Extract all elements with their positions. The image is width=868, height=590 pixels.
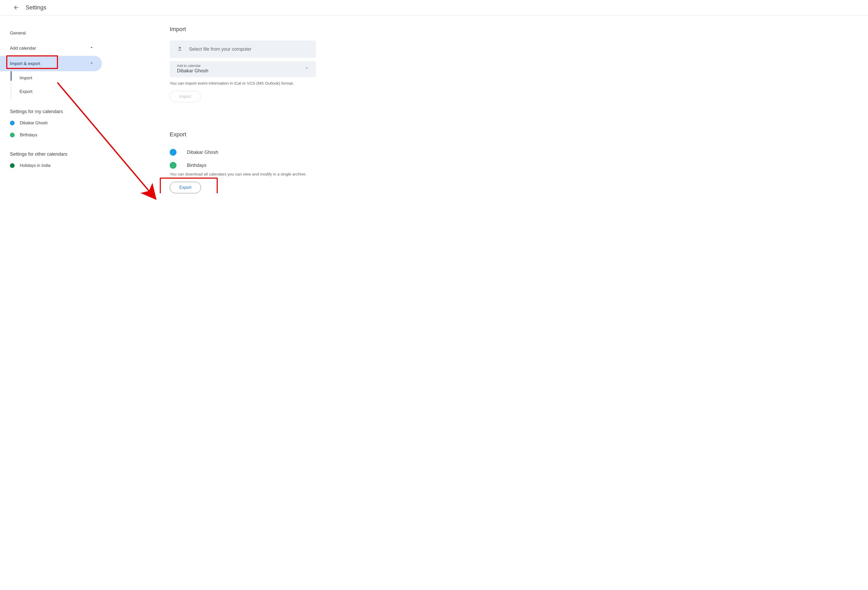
export-calendar-item: Birthdays [170,159,858,172]
export-help-text: You can download all calendars you can v… [170,172,858,177]
annotation-highlight-box [6,55,58,69]
import-button[interactable]: Import [170,91,201,102]
sidebar-item-general[interactable]: General [10,26,102,40]
sidebar-item-add-calendar[interactable]: Add calendar [10,40,102,56]
sidebar-label: Export [19,89,32,94]
other-calendars-heading: Settings for other calendars [10,141,102,160]
sidebar-label: General [10,31,25,36]
chevron-down-icon [89,45,94,51]
dropdown-value: Dibakar Ghosh [177,68,208,74]
sidebar: General Add calendar Import & export Imp… [0,26,102,193]
container: General Add calendar Import & export Imp… [0,15,868,193]
calendar-label: Dibakar Ghosh [187,150,218,155]
sidebar-subitem-import[interactable]: Import [11,71,102,85]
upload-icon [177,46,183,53]
calendar-color-dot [170,162,176,169]
dropdown-label: Add to calendar [177,64,208,68]
sidebar-label: Import [19,75,32,80]
export-section-title: Export [170,131,858,138]
calendar-label: Birthdays [20,133,37,138]
select-file-button[interactable]: Select file from your computer [170,40,316,58]
other-calendar-item[interactable]: Holidays in India [10,160,102,172]
my-calendar-item[interactable]: Dibakar Ghosh [10,117,102,129]
import-section-title: Import [170,26,858,33]
page-title: Settings [25,4,46,11]
chevron-up-icon [89,61,94,67]
my-calendar-item[interactable]: Birthdays [10,129,102,141]
calendar-color-dot [170,149,176,156]
calendar-label: Holidays in India [20,163,50,168]
annotation-highlight-box [160,177,218,193]
select-file-label: Select file from your computer [189,46,251,52]
calendar-color-dot [10,121,15,126]
add-to-calendar-dropdown[interactable]: Add to calendar Dibakar Ghosh [170,61,316,77]
sidebar-subitem-export[interactable]: Export [11,85,102,99]
calendar-label: Birthdays [187,163,207,168]
import-help-text: You can import event information in iCal… [170,81,858,86]
content: Import Select file from your computer Ad… [102,26,868,193]
import-export-subitems: Import Export [11,71,102,99]
my-calendars-heading: Settings for my calendars [10,99,102,117]
export-calendar-item: Dibakar Ghosh [170,146,858,159]
calendar-color-dot [10,163,15,168]
dropdown-caret-icon [305,67,309,71]
export-section: Export Dibakar Ghosh Birthdays You can d… [170,131,858,193]
sidebar-label: Add calendar [10,46,36,51]
back-arrow-icon[interactable] [13,4,19,11]
calendar-color-dot [10,133,15,138]
calendar-label: Dibakar Ghosh [20,121,48,126]
header: Settings [0,0,868,15]
